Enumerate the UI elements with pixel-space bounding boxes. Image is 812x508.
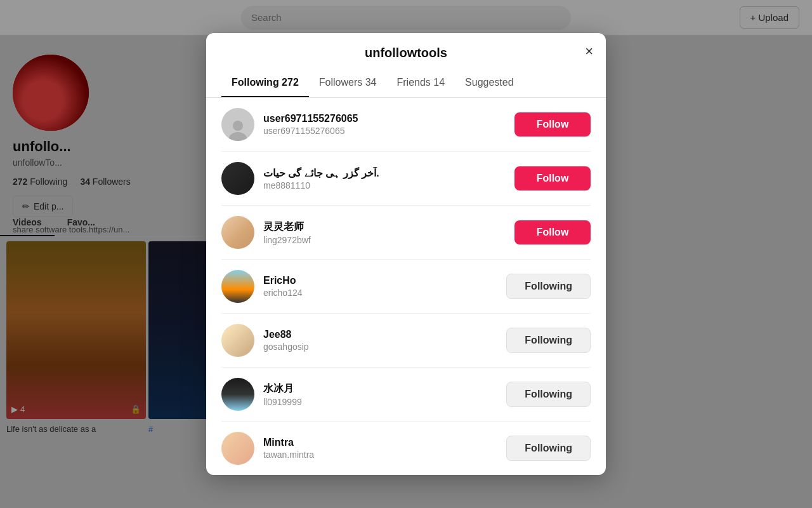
list-item: EricHoericho124Following (221, 260, 591, 314)
user-handle: tawan.mintra (263, 450, 497, 460)
modal-header: unfollowtools × (206, 33, 606, 60)
user-handle: gosahgosip (263, 342, 497, 352)
user-name: 水冰月 (263, 382, 497, 396)
user-info: user6971155276065user6971155276065 (263, 113, 506, 136)
avatar (221, 378, 254, 411)
user-name: Mintra (263, 437, 497, 448)
avatar (221, 162, 254, 195)
avatar (221, 108, 254, 141)
user-name: 灵灵老师 (263, 220, 506, 234)
list-item: Jee88gosahgosipFollowing (221, 314, 591, 368)
user-handle: ericho124 (263, 288, 497, 298)
avatar (221, 216, 254, 249)
svg-point-0 (233, 121, 243, 131)
list-item: user6971155276065user6971155276065Follow (221, 98, 591, 152)
list-item: 水冰月ll0919999Following (221, 368, 591, 422)
list-item: Mintratawan.mintraFollowing (221, 422, 591, 475)
user-name: user6971155276065 (263, 113, 506, 124)
avatar (221, 432, 254, 465)
following-modal: unfollowtools × Following 272 Followers … (206, 33, 606, 475)
user-handle: ling2972bwf (263, 235, 506, 245)
tab-friends[interactable]: Friends 14 (387, 69, 455, 97)
close-button[interactable]: × (585, 44, 593, 58)
follow-button[interactable]: Follow (514, 112, 591, 137)
user-info: 灵灵老师ling2972bwf (263, 220, 506, 245)
user-handle: me8881110 (263, 180, 506, 190)
following-button[interactable]: Following (506, 436, 591, 461)
tab-following[interactable]: Following 272 (221, 69, 309, 97)
following-button[interactable]: Following (506, 382, 591, 407)
user-name: Jee88 (263, 329, 497, 340)
following-button[interactable]: Following (506, 274, 591, 299)
following-button[interactable]: Following (506, 328, 591, 353)
tab-suggested[interactable]: Suggested (455, 69, 524, 97)
user-name: EricHo (263, 275, 497, 286)
follow-button[interactable]: Follow (514, 220, 591, 244)
user-name: آخر گزر ہی جائے گی حیات. (263, 167, 506, 179)
user-info: 水冰月ll0919999 (263, 382, 497, 407)
svg-point-1 (229, 132, 247, 141)
modal-tabs: Following 272 Followers 34 Friends 14 Su… (206, 69, 606, 98)
modal-title: unfollowtools (365, 46, 447, 60)
user-info: EricHoericho124 (263, 275, 497, 298)
user-info: Jee88gosahgosip (263, 329, 497, 352)
user-info: Mintratawan.mintra (263, 437, 497, 460)
user-list: user6971155276065user6971155276065Follow… (206, 98, 606, 475)
tab-followers[interactable]: Followers 34 (309, 69, 387, 97)
list-item: 灵灵老师ling2972bwfFollow (221, 206, 591, 260)
avatar (221, 324, 254, 357)
user-handle: ll0919999 (263, 397, 497, 407)
user-handle: user6971155276065 (263, 126, 506, 136)
list-item: آخر گزر ہی جائے گی حیات.me8881110Follow (221, 152, 591, 206)
avatar (221, 270, 254, 303)
user-info: آخر گزر ہی جائے گی حیات.me8881110 (263, 167, 506, 190)
follow-button[interactable]: Follow (514, 166, 591, 190)
